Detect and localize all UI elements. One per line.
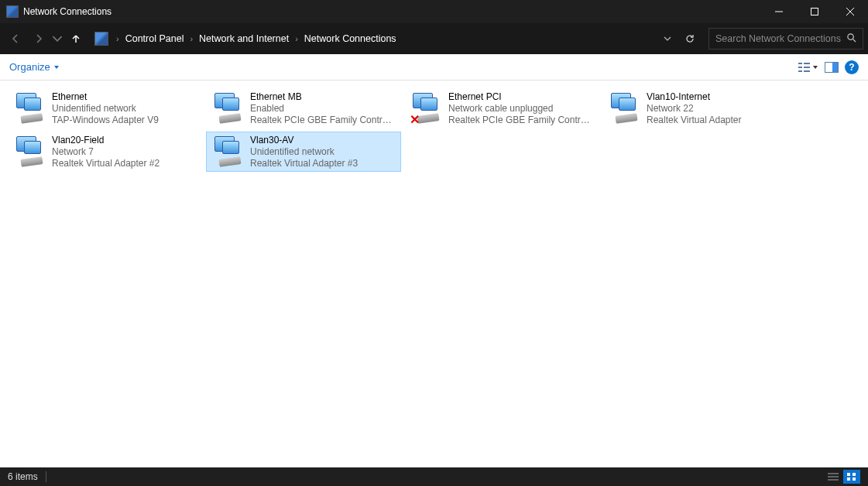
connection-status: Enabled bbox=[250, 103, 396, 115]
search-icon[interactable] bbox=[846, 32, 856, 46]
svg-line-5 bbox=[853, 39, 856, 42]
toolbar-right: ? bbox=[798, 60, 859, 74]
connection-adapter: Realtek Virtual Adapter bbox=[647, 115, 792, 126]
network-adapter-icon bbox=[13, 135, 47, 169]
status-view-buttons bbox=[825, 470, 860, 484]
connection-text: Vlan10-InternetNetwork 22Realtek Virtual… bbox=[647, 91, 792, 126]
preview-pane-button[interactable] bbox=[825, 62, 839, 73]
window-title: Network Connections bbox=[23, 6, 761, 17]
svg-rect-19 bbox=[847, 477, 850, 481]
svg-rect-20 bbox=[853, 477, 856, 481]
breadcrumb[interactable]: › Control Panel › Network and Internet ›… bbox=[113, 28, 657, 50]
connection-name: Vlan10-Internet bbox=[647, 91, 792, 103]
separator bbox=[46, 471, 46, 482]
network-adapter-icon bbox=[608, 91, 642, 125]
view-options-button[interactable] bbox=[798, 62, 818, 73]
connection-adapter: TAP-Windows Adapter V9 bbox=[52, 115, 197, 126]
search-input[interactable] bbox=[715, 33, 846, 44]
connection-item[interactable]: Vlan30-AVUnidentified networkRealtek Vir… bbox=[206, 132, 401, 172]
svg-rect-1 bbox=[811, 9, 818, 15]
organize-button[interactable]: Organize bbox=[9, 61, 60, 73]
connection-status: Unidentified network bbox=[250, 146, 396, 158]
chevron-right-icon: › bbox=[292, 34, 301, 43]
connection-text: Ethernet MBEnabledRealtek PCIe GBE Famil… bbox=[250, 91, 396, 126]
app-icon bbox=[6, 5, 19, 18]
network-adapter-icon bbox=[211, 135, 245, 169]
connection-item[interactable]: Ethernet MBEnabledRealtek PCIe GBE Famil… bbox=[206, 88, 401, 128]
connection-text: Vlan30-AVUnidentified networkRealtek Vir… bbox=[250, 135, 396, 169]
connection-status: Network cable unplugged bbox=[448, 103, 594, 115]
svg-rect-9 bbox=[804, 67, 810, 68]
minimize-button[interactable] bbox=[761, 0, 797, 23]
connection-name: Ethernet bbox=[52, 91, 197, 103]
back-button[interactable] bbox=[5, 28, 26, 50]
details-view-button[interactable] bbox=[825, 470, 842, 484]
help-button[interactable]: ? bbox=[845, 60, 859, 74]
maximize-button[interactable] bbox=[797, 0, 832, 23]
organize-label: Organize bbox=[9, 61, 50, 73]
connection-name: Ethernet PCI bbox=[448, 91, 594, 103]
breadcrumb-item[interactable]: Control Panel bbox=[122, 33, 187, 44]
connection-status: Network 22 bbox=[647, 103, 792, 115]
connection-text: Vlan20-FieldNetwork 7Realtek Virtual Ada… bbox=[52, 135, 197, 169]
refresh-button[interactable] bbox=[678, 28, 702, 50]
connection-name: Vlan30-AV bbox=[250, 135, 396, 146]
navigation-bar: › Control Panel › Network and Internet ›… bbox=[0, 23, 868, 54]
connection-name: Vlan20-Field bbox=[52, 135, 197, 146]
network-adapter-icon: ✕ bbox=[410, 91, 444, 125]
up-button[interactable] bbox=[65, 28, 87, 50]
connection-item[interactable]: Vlan20-FieldNetwork 7Realtek Virtual Ada… bbox=[8, 132, 203, 172]
title-bar: Network Connections bbox=[0, 0, 868, 23]
forward-button[interactable] bbox=[28, 28, 50, 50]
status-bar: 6 items bbox=[0, 467, 868, 486]
window-buttons bbox=[761, 0, 868, 23]
svg-rect-18 bbox=[853, 473, 856, 476]
svg-rect-7 bbox=[804, 63, 810, 64]
chevron-right-icon: › bbox=[113, 34, 122, 43]
svg-rect-13 bbox=[832, 63, 838, 72]
svg-rect-6 bbox=[798, 63, 802, 64]
connection-text: Ethernet PCINetwork cable unpluggedRealt… bbox=[448, 91, 594, 126]
connection-name: Ethernet MB bbox=[250, 91, 396, 103]
connection-adapter: Realtek PCIe GBE Family Controller bbox=[250, 115, 396, 126]
recent-dropdown-button[interactable] bbox=[51, 28, 63, 50]
connection-item[interactable]: EthernetUnidentified networkTAP-Windows … bbox=[8, 88, 203, 128]
item-count: 6 items bbox=[8, 471, 38, 482]
network-adapter-icon bbox=[211, 91, 245, 125]
connection-adapter: Realtek Virtual Adapter #2 bbox=[52, 158, 197, 169]
address-icon bbox=[94, 32, 108, 46]
connection-status: Unidentified network bbox=[52, 103, 197, 115]
connection-item[interactable]: ✕Ethernet PCINetwork cable unpluggedReal… bbox=[404, 88, 599, 128]
breadcrumb-item[interactable]: Network and Internet bbox=[196, 33, 292, 44]
unplugged-badge-icon: ✕ bbox=[410, 115, 420, 125]
close-button[interactable] bbox=[832, 0, 868, 23]
connection-item[interactable]: Vlan10-InternetNetwork 22Realtek Virtual… bbox=[602, 88, 798, 128]
svg-rect-11 bbox=[804, 70, 810, 72]
svg-rect-10 bbox=[798, 70, 802, 72]
search-box[interactable] bbox=[708, 28, 863, 50]
network-adapter-icon bbox=[13, 91, 47, 125]
address-dropdown-button[interactable] bbox=[659, 32, 676, 46]
connections-list: EthernetUnidentified networkTAP-Windows … bbox=[0, 80, 868, 467]
connection-adapter: Realtek PCIe GBE Family Controll... bbox=[448, 115, 594, 126]
svg-rect-17 bbox=[847, 473, 850, 476]
breadcrumb-item[interactable]: Network Connections bbox=[301, 33, 400, 44]
svg-point-4 bbox=[848, 34, 853, 39]
icons-view-button[interactable] bbox=[843, 470, 860, 484]
command-bar: Organize ? bbox=[0, 54, 868, 80]
connection-adapter: Realtek Virtual Adapter #3 bbox=[250, 158, 396, 169]
svg-rect-8 bbox=[798, 67, 802, 68]
connection-status: Network 7 bbox=[52, 146, 197, 158]
connection-text: EthernetUnidentified networkTAP-Windows … bbox=[52, 91, 197, 126]
chevron-right-icon: › bbox=[187, 34, 196, 43]
